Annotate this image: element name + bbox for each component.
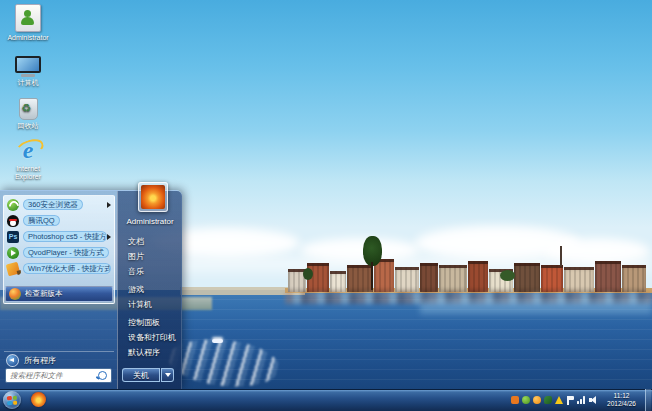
menu-item-pictures[interactable]: 图片 <box>118 249 182 264</box>
menu-item-check-new-version[interactable]: 检查新版本 <box>5 286 113 302</box>
program-label: 360安全浏览器 <box>23 199 83 210</box>
chevron-down-icon <box>165 373 171 377</box>
user-avatar[interactable] <box>138 182 168 212</box>
start-menu-program-list: 360安全浏览器 腾讯QQ Ps Photoshop cs5 - 快捷方式 Qv… <box>3 195 115 304</box>
wallpaper-mast <box>560 246 562 266</box>
back-arrow-icon <box>6 354 19 367</box>
menu-item-devices-printers[interactable]: 设备和打印机 <box>118 330 182 345</box>
desktop-icon-internet-explorer[interactable]: e Internet Explorer <box>1 137 55 181</box>
menu-item-default-programs[interactable]: 默认程序 <box>118 345 182 360</box>
desktop-icon-computer[interactable]: 计算机 <box>1 56 55 87</box>
taskbar-app-flower[interactable] <box>31 392 46 407</box>
warning-icon[interactable] <box>555 396 563 404</box>
desktop-icon-label: Administrator <box>1 34 55 42</box>
photoshop-icon: Ps <box>7 231 19 243</box>
menu-item-documents[interactable]: 文档 <box>118 234 182 249</box>
all-programs-button[interactable]: 所有程序 <box>4 351 114 367</box>
show-desktop-button[interactable] <box>645 389 651 411</box>
program-label: 腾讯QQ <box>23 215 60 226</box>
start-search-box[interactable] <box>5 368 112 383</box>
network-icon[interactable] <box>577 396 586 404</box>
media-green-icon[interactable] <box>544 396 552 404</box>
program-item-win7-optimizer[interactable]: Win7优化大师 - 快捷方式 <box>4 261 114 276</box>
program-label: QvodPlayer - 快捷方式 <box>23 247 109 258</box>
desktop-icon-label: 计算机 <box>1 79 55 87</box>
optimizer-icon <box>6 261 21 276</box>
program-item-360-browser[interactable]: 360安全浏览器 <box>4 197 114 212</box>
start-menu: 360安全浏览器 腾讯QQ Ps Photoshop cs5 - 快捷方式 Qv… <box>0 190 182 389</box>
wallpaper-boat <box>212 339 223 343</box>
wallpaper-water-glint <box>420 299 652 314</box>
program-label: Win7优化大师 - 快捷方式 <box>23 263 111 274</box>
antivirus-green-icon[interactable] <box>522 396 530 404</box>
tray-clock[interactable]: 11:12 2012/4/26 <box>603 392 640 408</box>
search-input[interactable] <box>6 371 98 380</box>
menu-item-computer[interactable]: 计算机 <box>118 297 182 312</box>
clock-time: 11:12 <box>603 392 640 400</box>
submenu-arrow-icon <box>107 234 111 240</box>
qvodplayer-icon <box>7 247 19 259</box>
menu-item-label: 检查新版本 <box>25 289 63 299</box>
windows-flag-icon <box>7 395 17 405</box>
360-browser-icon <box>7 199 19 211</box>
submenu-arrow-icon <box>107 202 111 208</box>
menu-item-control-panel[interactable]: 控制面板 <box>118 315 182 330</box>
user-name[interactable]: Administrator <box>118 217 182 226</box>
action-center-flag-icon[interactable] <box>566 396 574 405</box>
program-item-tencent-qq[interactable]: 腾讯QQ <box>4 213 114 228</box>
qq-icon <box>7 215 19 227</box>
menu-item-games[interactable]: 游戏 <box>118 282 182 297</box>
user-files-icon <box>15 4 41 32</box>
start-button[interactable] <box>3 391 21 409</box>
program-label: Photoshop cs5 - 快捷方式 <box>23 231 107 242</box>
clock-date: 2012/4/26 <box>603 400 640 408</box>
im-orange-icon[interactable] <box>511 396 519 404</box>
shutdown-button[interactable]: 关机 <box>122 368 160 382</box>
wallpaper-buildings <box>288 254 652 292</box>
menu-item-music[interactable]: 音乐 <box>118 264 182 279</box>
start-menu-right-panel: Administrator 文档 图片 音乐 游戏 计算机 控制面板 设备和打印… <box>117 191 182 389</box>
program-item-photoshop[interactable]: Ps Photoshop cs5 - 快捷方式 <box>4 229 114 244</box>
desktop-icon-user-files[interactable]: Administrator <box>1 4 55 42</box>
desktop-icon-recycle-bin[interactable]: ♻ 回收站 <box>1 98 55 130</box>
desktop-icon-label: 回收站 <box>1 122 55 130</box>
system-tray: 11:12 2012/4/26 <box>511 389 651 411</box>
security-orange-icon[interactable] <box>533 396 541 404</box>
recycle-bin-icon: ♻ <box>19 98 38 120</box>
shutdown-options-button[interactable] <box>161 368 174 382</box>
internet-explorer-icon: e <box>15 137 41 163</box>
computer-icon <box>15 56 41 77</box>
program-item-qvodplayer[interactable]: QvodPlayer - 快捷方式 <box>4 245 114 260</box>
search-icon <box>98 371 107 380</box>
wallpaper-bush <box>500 270 515 281</box>
update-sphere-icon <box>9 288 21 300</box>
desktop-icon-label: Internet Explorer <box>5 165 51 181</box>
wallpaper-tree-trunk <box>371 262 373 290</box>
all-programs-label: 所有程序 <box>24 355 56 366</box>
volume-icon[interactable] <box>589 396 598 404</box>
wallpaper-bush <box>303 268 313 280</box>
desktop-screen: Administrator 计算机 ♻ 回收站 e Internet Explo… <box>0 0 652 411</box>
